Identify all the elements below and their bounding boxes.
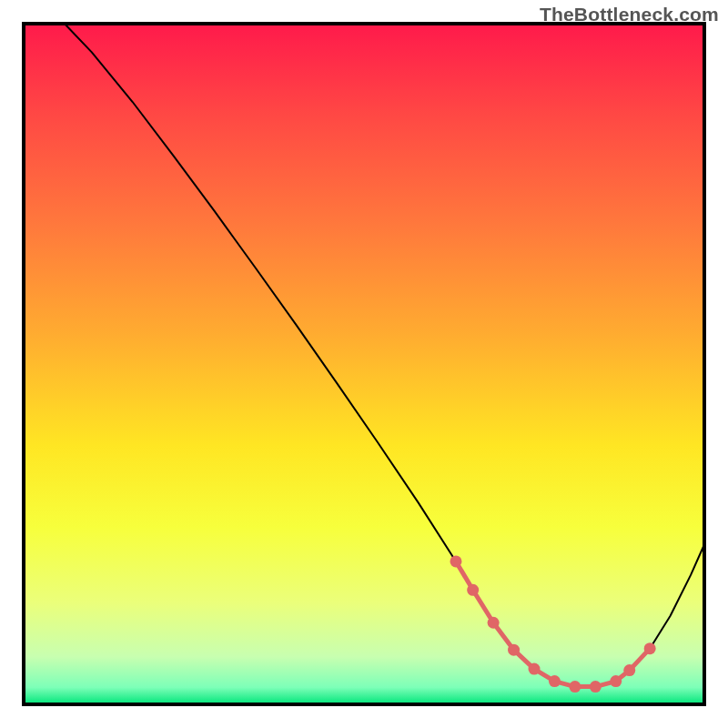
- valley-marker-dot: [450, 555, 461, 567]
- valley-marker-dot: [529, 663, 541, 675]
- plot-background: [24, 24, 704, 704]
- chart-container: TheBottleneck.com: [0, 0, 728, 728]
- valley-marker-dot: [590, 681, 602, 693]
- valley-marker-dot: [488, 617, 500, 629]
- valley-marker-dot: [644, 642, 656, 654]
- valley-marker-dot: [610, 675, 622, 687]
- valley-marker-dot: [467, 584, 479, 596]
- watermark-text: TheBottleneck.com: [540, 4, 719, 25]
- valley-marker-dot: [549, 675, 561, 687]
- valley-marker-dot: [623, 664, 635, 676]
- bottleneck-chart-svg: [0, 0, 728, 728]
- valley-marker-dot: [508, 644, 520, 656]
- valley-marker-dot: [569, 681, 581, 693]
